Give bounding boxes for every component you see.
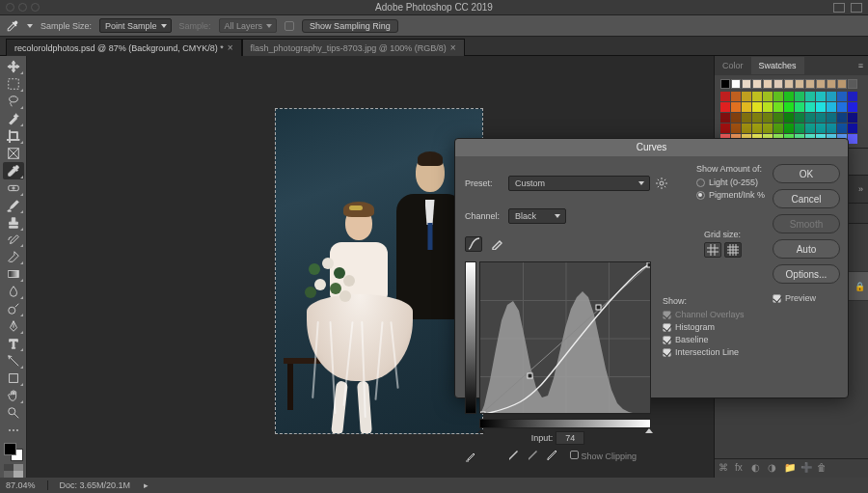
swatch[interactable] bbox=[848, 102, 857, 112]
gradient-tool[interactable] bbox=[3, 265, 24, 283]
link-icon[interactable]: ⌘ bbox=[719, 462, 731, 475]
swatch[interactable] bbox=[848, 113, 857, 123]
cancel-button[interactable]: Cancel bbox=[773, 189, 840, 208]
dialog-title[interactable]: Curves bbox=[455, 139, 848, 156]
swatch[interactable] bbox=[805, 102, 815, 112]
swatch[interactable] bbox=[816, 113, 826, 123]
swatch[interactable] bbox=[848, 79, 857, 89]
swatch[interactable] bbox=[752, 123, 762, 133]
frame-tool[interactable] bbox=[3, 145, 24, 162]
input-field[interactable]: 74 bbox=[556, 431, 584, 445]
light-radio[interactable]: Light (0-255) bbox=[696, 178, 765, 187]
tab-color[interactable]: Color bbox=[715, 57, 751, 74]
panel-menu-icon[interactable]: ≡ bbox=[854, 61, 868, 70]
wand-tool[interactable] bbox=[3, 110, 24, 127]
swatch[interactable] bbox=[720, 123, 730, 133]
swatch[interactable] bbox=[752, 79, 762, 89]
new-layer-icon[interactable]: ➕ bbox=[800, 462, 813, 475]
white-point-dropper-icon[interactable] bbox=[545, 449, 559, 463]
marquee-tool[interactable] bbox=[3, 75, 24, 93]
brush-tool[interactable] bbox=[3, 197, 24, 214]
swatch[interactable] bbox=[837, 92, 847, 101]
swatch[interactable] bbox=[827, 113, 836, 123]
swatch[interactable] bbox=[848, 92, 857, 101]
color-swatch[interactable] bbox=[4, 443, 23, 461]
swatch[interactable] bbox=[816, 123, 826, 133]
black-point-dropper-icon[interactable] bbox=[506, 449, 521, 463]
hand-tool[interactable] bbox=[3, 387, 24, 404]
swatch[interactable] bbox=[742, 113, 751, 123]
swatch[interactable] bbox=[720, 102, 730, 112]
blur-tool[interactable] bbox=[3, 283, 24, 300]
pigment-radio[interactable]: Pigment/Ink % bbox=[696, 190, 765, 200]
chevron-right-icon[interactable]: ▸ bbox=[144, 480, 149, 490]
channel-overlays-checkbox[interactable]: Channel Overlays bbox=[663, 310, 745, 319]
options-button[interactable]: Options... bbox=[773, 264, 840, 284]
stamp-tool[interactable] bbox=[3, 214, 24, 232]
swatch[interactable] bbox=[805, 123, 815, 133]
swatch[interactable] bbox=[731, 113, 741, 123]
edit-toolbar[interactable]: ⋯ bbox=[3, 422, 24, 439]
swatch[interactable] bbox=[773, 92, 783, 101]
swatch[interactable] bbox=[805, 92, 815, 101]
eraser-tool[interactable] bbox=[3, 248, 24, 265]
gray-point-dropper-icon[interactable] bbox=[526, 449, 540, 463]
swatch[interactable] bbox=[731, 102, 741, 112]
swatch[interactable] bbox=[784, 102, 794, 112]
path-tool[interactable] bbox=[3, 352, 24, 370]
heal-tool[interactable] bbox=[3, 179, 24, 197]
panel-menu-icon[interactable]: » bbox=[854, 184, 868, 194]
zoom-level[interactable]: 87.04% bbox=[6, 480, 36, 490]
sample-size-select[interactable]: Point Sample bbox=[99, 18, 172, 33]
swatch[interactable] bbox=[784, 79, 794, 89]
swatch[interactable] bbox=[837, 123, 847, 133]
grid-4-button[interactable] bbox=[704, 242, 721, 258]
swatch[interactable] bbox=[731, 79, 741, 89]
swatch[interactable] bbox=[720, 92, 730, 101]
swatch[interactable] bbox=[731, 123, 741, 133]
swatch[interactable] bbox=[837, 113, 847, 123]
gear-icon[interactable] bbox=[655, 177, 668, 190]
swatch[interactable] bbox=[763, 92, 773, 101]
mask-icon[interactable]: ◐ bbox=[751, 462, 764, 475]
swatch[interactable] bbox=[742, 79, 751, 89]
swatch[interactable] bbox=[742, 123, 751, 133]
curves-graph[interactable] bbox=[479, 261, 651, 414]
swatch[interactable] bbox=[805, 113, 815, 123]
baseline-checkbox[interactable]: Baseline bbox=[663, 335, 745, 344]
swatch[interactable] bbox=[731, 92, 741, 101]
doc-tab-0[interactable]: recoloroldphotos.psd @ 87% (Background, … bbox=[6, 39, 242, 56]
channel-select[interactable]: Black bbox=[508, 208, 566, 224]
pen-tool[interactable] bbox=[3, 317, 24, 335]
eyedropper-tool[interactable] bbox=[3, 162, 24, 179]
swatch[interactable] bbox=[827, 79, 836, 89]
curve-pencil-tool[interactable] bbox=[488, 236, 505, 252]
curve-point-tool[interactable] bbox=[465, 236, 482, 252]
swatch[interactable] bbox=[816, 79, 826, 89]
move-tool[interactable] bbox=[3, 58, 24, 75]
swatch[interactable] bbox=[763, 102, 773, 112]
close-icon[interactable]: × bbox=[450, 42, 456, 53]
swatch[interactable] bbox=[763, 113, 773, 123]
show-clipping-checkbox[interactable] bbox=[570, 451, 579, 459]
zoom-tool[interactable] bbox=[3, 404, 24, 422]
swatch[interactable] bbox=[773, 79, 783, 89]
auto-button[interactable]: Auto bbox=[773, 239, 840, 259]
swatch[interactable] bbox=[795, 102, 804, 112]
doc-tab-1[interactable]: flash_photography_tips-8703.jpg @ 100% (… bbox=[242, 39, 465, 56]
intersection-checkbox[interactable]: Intersection Line bbox=[663, 347, 745, 357]
swatch[interactable] bbox=[742, 92, 751, 101]
swatch[interactable] bbox=[795, 92, 804, 101]
swatch[interactable] bbox=[720, 79, 730, 89]
on-image-tool-icon[interactable] bbox=[465, 449, 479, 463]
tool-preset-chevron-icon[interactable] bbox=[27, 24, 33, 28]
swatch[interactable] bbox=[773, 113, 783, 123]
swatch[interactable] bbox=[795, 79, 804, 89]
search-icon[interactable] bbox=[833, 3, 845, 13]
swatch[interactable] bbox=[795, 123, 804, 133]
lasso-tool[interactable] bbox=[3, 93, 24, 110]
shape-tool[interactable] bbox=[3, 370, 24, 387]
swatch[interactable] bbox=[720, 113, 730, 123]
workspace-icon[interactable] bbox=[851, 3, 862, 13]
swatch[interactable] bbox=[795, 113, 804, 123]
